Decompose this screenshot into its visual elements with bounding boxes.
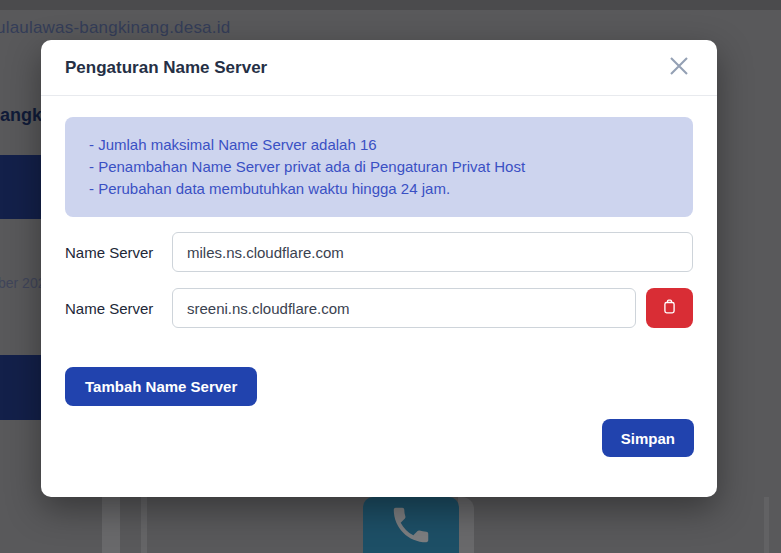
background-table-stripe (141, 497, 147, 553)
background-table-stripe (764, 497, 769, 553)
save-button[interactable]: Simpan (602, 419, 694, 457)
name-server-input-1[interactable] (172, 232, 693, 272)
notice-box: - Jumlah maksimal Name Server adalah 16 … (65, 117, 693, 217)
modal-body: - Jumlah maksimal Name Server adalah 16 … (41, 117, 717, 406)
name-server-label: Name Server (65, 300, 172, 317)
background-table-stripe (102, 497, 120, 553)
modal-footer: Simpan (41, 406, 717, 457)
background-navy-block (0, 355, 47, 420)
name-server-input-2[interactable] (172, 288, 636, 328)
name-server-row: Name Server (65, 288, 693, 328)
phone-icon (388, 497, 434, 552)
background-phone-tile (363, 497, 459, 553)
notice-line: - Perubahan data membutuhkan waktu hingg… (89, 178, 669, 200)
notice-line: - Penambahan Name Server privat ada di P… (89, 156, 669, 178)
add-name-server-button[interactable]: Tambah Name Server (65, 367, 257, 406)
modal-title: Pengaturan Name Server (65, 58, 267, 78)
name-server-settings-modal: Pengaturan Name Server - Jumlah maksimal… (41, 40, 717, 497)
background-card-edge (458, 497, 474, 553)
notice-line: - Jumlah maksimal Name Server adalah 16 (89, 134, 669, 156)
close-icon (666, 53, 692, 82)
background-top-bar (0, 0, 781, 10)
delete-name-server-button[interactable] (646, 288, 693, 328)
modal-header: Pengaturan Name Server (41, 40, 717, 96)
background-date-fragment: ber 202 (0, 275, 45, 291)
background-domain-text: ulaulawas-bangkinang.desa.id (0, 18, 230, 38)
background-heading-fragment: angki (0, 105, 47, 126)
name-server-label: Name Server (65, 244, 172, 261)
name-server-row: Name Server (65, 232, 693, 272)
background-navy-block (0, 155, 47, 219)
trash-icon (660, 297, 679, 319)
close-button[interactable] (665, 54, 693, 82)
